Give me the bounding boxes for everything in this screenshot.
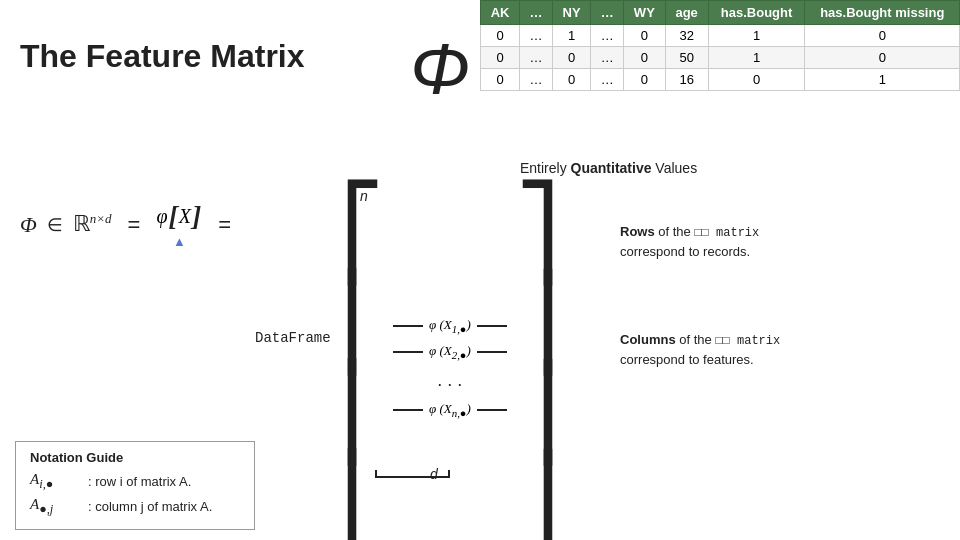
row-line	[477, 351, 507, 353]
cell: …	[520, 25, 553, 47]
dataframe-arrow: ▲	[173, 234, 186, 249]
quant-suffix: Values	[651, 160, 697, 176]
phi-expr-n: φ (Xn,●)	[429, 401, 471, 419]
phi-expr-1: φ (X1,●)	[429, 317, 471, 335]
notation-row-2: A●,j : column j of matrix A.	[30, 496, 240, 517]
d-brace	[375, 470, 450, 478]
notation-desc-2: : column j of matrix A.	[88, 499, 212, 514]
cell: 0	[624, 69, 666, 91]
table-row: 0 … 0 … 0 50 1 0	[481, 47, 960, 69]
bracket-right: ]	[192, 200, 201, 232]
rows-mono: □□ matrix	[694, 226, 759, 240]
formula-eq2: =	[218, 212, 231, 238]
cell: 0	[805, 25, 960, 47]
page-title: The Feature Matrix	[20, 38, 305, 75]
formula-section: Φ ∈ ℝn×d = φ [ X ] ▲ =	[20, 200, 237, 249]
dataframe-text: DataFrame	[255, 330, 331, 346]
phi-x-wrapper: φ [ X ] ▲	[156, 200, 202, 249]
table-row: 0 … 1 … 0 32 1 0	[481, 25, 960, 47]
row-line	[393, 351, 423, 353]
col-header-wy: WY	[624, 1, 666, 25]
col-header-hasbought-missing: has.Bought missing	[805, 1, 960, 25]
cell: 0	[805, 47, 960, 69]
col-header-ny: NY	[552, 1, 590, 25]
phi-x-expr: φ [ X ]	[156, 200, 202, 232]
cell: 1	[708, 47, 805, 69]
matrix-bracket-right: ⎤⎥⎥⎦	[515, 188, 560, 540]
rows-bold: Rows	[620, 224, 655, 239]
formula-eq1: =	[128, 212, 141, 238]
col-header-ak: AK	[481, 1, 520, 25]
phi-symbol-large: Φ	[410, 28, 470, 110]
formula-X: X	[179, 205, 191, 228]
cell: 0	[552, 69, 590, 91]
cols-mono: □□ matrix	[715, 334, 780, 348]
notation-row-1: Ai,● : row i of matrix A.	[30, 471, 240, 492]
col-header-age: age	[665, 1, 708, 25]
formula-R: ℝn×d	[73, 211, 112, 237]
row-line	[393, 325, 423, 327]
notation-guide: Notation Guide Ai,● : row i of matrix A.…	[15, 441, 255, 530]
cell: 0	[481, 47, 520, 69]
formula-phi: Φ	[20, 212, 37, 238]
formula-in: ∈	[47, 214, 63, 236]
cell: 0	[708, 69, 805, 91]
cell: 0	[481, 25, 520, 47]
row-line	[393, 409, 423, 411]
matrix-dots: . . .	[391, 368, 509, 393]
dataframe-label: DataFrame	[255, 330, 331, 346]
cell: 1	[708, 25, 805, 47]
cell: …	[520, 47, 553, 69]
formula-phi-small: φ	[156, 205, 167, 228]
d-label: d	[430, 466, 438, 482]
cell: 16	[665, 69, 708, 91]
quant-prefix: Entirely	[520, 160, 571, 176]
cell: …	[591, 47, 624, 69]
cols-text: of the	[676, 332, 716, 347]
phi-expr-2: φ (X2,●)	[429, 343, 471, 361]
cols-annotation: Columns of the □□ matrix correspond to f…	[620, 330, 930, 370]
cell: 1	[805, 69, 960, 91]
table-row: 0 … 0 … 0 16 0 1	[481, 69, 960, 91]
notation-title: Notation Guide	[30, 450, 240, 465]
formula-sup: n×d	[90, 211, 112, 226]
cell: …	[591, 69, 624, 91]
cell: …	[591, 25, 624, 47]
notation-desc-1: : row i of matrix A.	[88, 474, 191, 489]
matrix-row-2: φ (X2,●)	[391, 343, 509, 361]
notation-symbol-1: Ai,●	[30, 471, 80, 492]
quantitative-label: Entirely Quantitative Values	[520, 160, 697, 176]
cell: …	[520, 69, 553, 91]
cell: 0	[624, 47, 666, 69]
rows-annotation: Rows of the □□ matrix correspond to reco…	[620, 222, 930, 262]
cell: 32	[665, 25, 708, 47]
col-header-hasbought: has.Bought	[708, 1, 805, 25]
feature-table-area: AK … NY … WY age has.Bought has.Bought m…	[480, 0, 960, 91]
bracket-left: [	[168, 200, 177, 232]
quant-bold: Quantitative	[571, 160, 652, 176]
cell: 50	[665, 47, 708, 69]
notation-symbol-2: A●,j	[30, 496, 80, 517]
cell: 0	[481, 69, 520, 91]
feature-table: AK … NY … WY age has.Bought has.Bought m…	[480, 0, 960, 91]
cell: 1	[552, 25, 590, 47]
rows-text: of the	[655, 224, 695, 239]
cell: 0	[552, 47, 590, 69]
matrix-row-1: φ (X1,●)	[391, 317, 509, 335]
rows-suffix: correspond to records.	[620, 244, 750, 259]
cols-suffix: correspond to features.	[620, 352, 754, 367]
row-line	[477, 409, 507, 411]
col-header-dots1: …	[520, 1, 553, 25]
matrix-bracket-left: ⎡⎢⎢⎣	[340, 188, 385, 540]
row-line	[477, 325, 507, 327]
cell: 0	[624, 25, 666, 47]
col-header-dots2: …	[591, 1, 624, 25]
cols-bold: Columns	[620, 332, 676, 347]
matrix-area: ⎡⎢⎢⎣ φ (X1,●) φ (X2,●) . . . φ (Xn,●) ⎤⎥…	[340, 188, 560, 540]
matrix-row-n: φ (Xn,●)	[391, 401, 509, 419]
matrix-rows: φ (X1,●) φ (X2,●) . . . φ (Xn,●)	[385, 307, 515, 429]
